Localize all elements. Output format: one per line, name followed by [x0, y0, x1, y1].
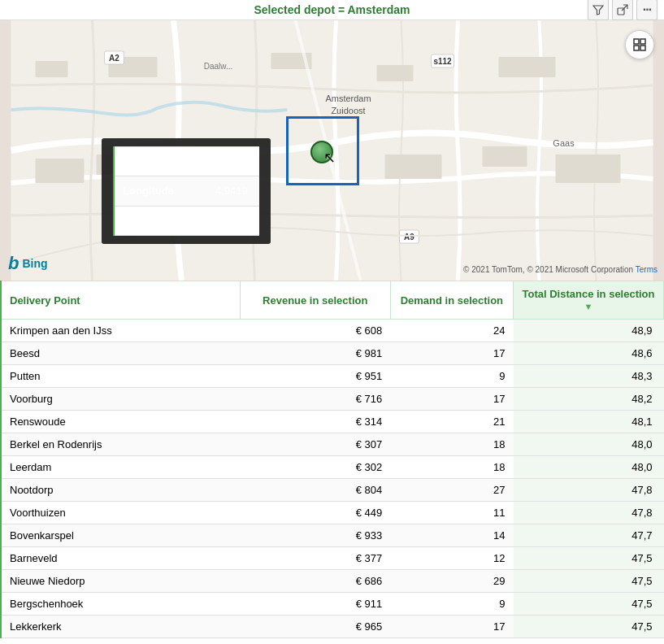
page-title: Selected depot = Amsterdam — [254, 3, 410, 16]
cell-delivery-point: Berkel en Rodenrijs — [1, 433, 240, 456]
cell-revenue: € 981 — [240, 342, 390, 365]
table-row: Nootdorp€ 8042747,8 — [1, 479, 664, 502]
cell-delivery-point: Voorthuizen — [1, 502, 240, 524]
svg-rect-25 — [634, 46, 639, 50]
table-wrapper[interactable]: Delivery Point Revenue in selection Dema… — [0, 281, 664, 638]
cell-distance: 47,8 — [514, 479, 664, 502]
svg-rect-12 — [499, 57, 556, 77]
cell-revenue: € 804 — [240, 479, 390, 502]
cell-demand: 9 — [390, 593, 513, 616]
svg-text:Zuidoost: Zuidoost — [331, 106, 365, 115]
table-row: Lekkerkerk€ 9651747,5 — [1, 616, 664, 638]
table-row: Renswoude€ 3142148,1 — [1, 411, 664, 433]
table-row: Leerdam€ 3021848,0 — [1, 456, 664, 479]
cell-demand: 9 — [390, 365, 513, 388]
table-row: Bovenkarspel€ 9331447,7 — [1, 524, 664, 547]
col-header-revenue[interactable]: Revenue in selection — [240, 281, 390, 320]
cell-demand: 18 — [390, 456, 513, 479]
col-header-distance[interactable]: Total Distance in selection — [514, 281, 664, 320]
tooltip-longitude-value: 4,9419 — [185, 176, 258, 206]
cell-distance: 48,9 — [514, 320, 664, 342]
cell-demand: 11 — [390, 502, 513, 524]
header-actions: ··· — [588, 0, 657, 20]
svg-text:A9: A9 — [404, 233, 414, 242]
cell-revenue: € 716 — [240, 388, 390, 411]
cell-demand: 17 — [390, 388, 513, 411]
bing-logo: b Bing — [8, 253, 48, 274]
svg-rect-11 — [377, 65, 414, 81]
cell-delivery-point: Voorburg — [1, 388, 240, 411]
cell-demand: 29 — [390, 570, 513, 593]
cell-delivery-point: Nieuwe Niedorp — [1, 570, 240, 593]
cell-delivery-point: Beesd — [1, 342, 240, 365]
tooltip-firstname-label: First Name — [114, 206, 185, 235]
svg-rect-2 — [36, 159, 85, 183]
data-table: Delivery Point Revenue in selection Dema… — [0, 281, 664, 638]
svg-text:Amsterdam: Amsterdam — [325, 94, 371, 103]
filter-button[interactable] — [588, 0, 609, 20]
cell-demand: 21 — [390, 411, 513, 433]
cell-distance: 48,0 — [514, 456, 664, 479]
cell-demand: 27 — [390, 479, 513, 502]
table-row: Barneveld€ 3771247,5 — [1, 547, 664, 570]
top-header: Selected depot = Amsterdam ··· — [0, 0, 664, 20]
svg-text:A2: A2 — [109, 54, 119, 63]
tooltip-firstname-value: Amsterdam — [185, 206, 258, 235]
svg-text:s112: s112 — [433, 57, 452, 66]
cell-delivery-point: Krimpen aan den IJss — [1, 320, 240, 342]
cell-distance: 47,5 — [514, 593, 664, 616]
cell-revenue: € 608 — [240, 320, 390, 342]
cell-revenue: € 911 — [240, 593, 390, 616]
cell-demand: 17 — [390, 616, 513, 638]
cell-delivery-point: Putten — [1, 365, 240, 388]
svg-rect-7 — [556, 154, 621, 183]
terms-link[interactable]: Terms — [636, 265, 657, 274]
col-header-delivery-point[interactable]: Delivery Point — [1, 281, 240, 320]
cell-demand: 24 — [390, 320, 513, 342]
table-row: Nieuwe Niedorp€ 6862947,5 — [1, 570, 664, 593]
map-tooltip: Latitude 52,3121 Longitude 4,9419 First … — [102, 138, 271, 244]
cell-revenue: € 965 — [240, 616, 390, 638]
data-table-section: Delivery Point Revenue in selection Dema… — [0, 281, 664, 638]
cell-demand: 14 — [390, 524, 513, 547]
svg-text:Gaas: Gaas — [553, 138, 575, 148]
tooltip-longitude-label: Longitude — [114, 176, 185, 206]
cell-delivery-point: Nootdorp — [1, 479, 240, 502]
cell-delivery-point: Leerdam — [1, 456, 240, 479]
tooltip-latitude-value: 52,3121 — [185, 147, 258, 176]
map-select-button[interactable] — [625, 30, 654, 59]
cell-revenue: € 314 — [240, 411, 390, 433]
svg-rect-24 — [640, 39, 645, 44]
cell-revenue: € 449 — [240, 502, 390, 524]
cell-distance: 47,5 — [514, 547, 664, 570]
table-row: Voorthuizen€ 4491147,8 — [1, 502, 664, 524]
table-row: Krimpen aan den IJss€ 6082448,9 — [1, 320, 664, 342]
cell-distance: 47,5 — [514, 616, 664, 638]
svg-rect-6 — [483, 146, 527, 167]
cell-revenue: € 933 — [240, 524, 390, 547]
svg-rect-5 — [385, 154, 442, 179]
cell-distance: 48,1 — [514, 411, 664, 433]
more-options-button[interactable]: ··· — [636, 0, 657, 20]
svg-rect-23 — [634, 39, 639, 44]
svg-text:Daalw...: Daalw... — [204, 62, 233, 71]
table-row: Bergschenhoek€ 911947,5 — [1, 593, 664, 616]
export-button[interactable] — [612, 0, 633, 20]
table-row: Putten€ 951948,3 — [1, 365, 664, 388]
bing-text: Bing — [22, 257, 47, 270]
cell-delivery-point: Barneveld — [1, 547, 240, 570]
cell-distance: 48,0 — [514, 433, 664, 456]
cursor-icon: ↖ — [323, 149, 336, 167]
cell-distance: 47,5 — [514, 570, 664, 593]
table-row: Berkel en Rodenrijs€ 3071848,0 — [1, 433, 664, 456]
svg-rect-8 — [36, 61, 68, 77]
cell-demand: 18 — [390, 433, 513, 456]
svg-rect-26 — [640, 46, 645, 50]
table-header-row: Delivery Point Revenue in selection Dema… — [1, 281, 664, 320]
cell-delivery-point: Renswoude — [1, 411, 240, 433]
map-copyright: © 2021 TomTom, © 2021 Microsoft Corporat… — [463, 265, 657, 274]
cell-distance: 48,2 — [514, 388, 664, 411]
cell-revenue: € 307 — [240, 433, 390, 456]
col-header-demand[interactable]: Demand in selection — [390, 281, 513, 320]
cell-distance: 47,8 — [514, 502, 664, 524]
